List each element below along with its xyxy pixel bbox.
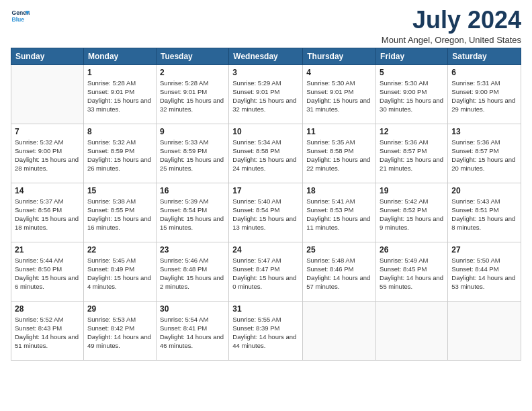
calendar-cell: 31Sunrise: 5:55 AM Sunset: 8:39 PM Dayli… xyxy=(229,301,303,360)
day-info: Sunrise: 5:40 AM Sunset: 8:54 PM Dayligh… xyxy=(232,197,299,232)
calendar-cell: 22Sunrise: 5:45 AM Sunset: 8:49 PM Dayli… xyxy=(83,242,156,301)
day-info: Sunrise: 5:39 AM Sunset: 8:54 PM Dayligh… xyxy=(160,197,225,232)
calendar-cell: 8Sunrise: 5:32 AM Sunset: 8:59 PM Daylig… xyxy=(83,124,156,183)
calendar-cell: 7Sunrise: 5:32 AM Sunset: 9:00 PM Daylig… xyxy=(11,124,84,183)
calendar-cell: 10Sunrise: 5:34 AM Sunset: 8:58 PM Dayli… xyxy=(229,124,303,183)
calendar-cell: 1Sunrise: 5:28 AM Sunset: 9:01 PM Daylig… xyxy=(83,64,156,124)
calendar-cell xyxy=(376,301,448,360)
calendar-cell: 14Sunrise: 5:37 AM Sunset: 8:56 PM Dayli… xyxy=(11,183,84,242)
day-info: Sunrise: 5:38 AM Sunset: 8:55 PM Dayligh… xyxy=(87,197,152,232)
day-number: 18 xyxy=(306,186,372,195)
calendar-cell: 21Sunrise: 5:44 AM Sunset: 8:50 PM Dayli… xyxy=(11,242,84,301)
calendar-header-row: SundayMondayTuesdayWednesdayThursdayFrid… xyxy=(11,48,521,64)
day-info: Sunrise: 5:55 AM Sunset: 8:39 PM Dayligh… xyxy=(232,315,299,351)
svg-text:Blue: Blue xyxy=(12,16,25,23)
day-info: Sunrise: 5:28 AM Sunset: 9:01 PM Dayligh… xyxy=(87,79,152,114)
day-info: Sunrise: 5:48 AM Sunset: 8:46 PM Dayligh… xyxy=(306,256,372,291)
calendar-week-1: 1Sunrise: 5:28 AM Sunset: 9:01 PM Daylig… xyxy=(11,64,521,124)
day-number: 24 xyxy=(232,245,299,255)
day-number: 20 xyxy=(451,186,517,195)
day-number: 21 xyxy=(15,245,80,255)
day-number: 17 xyxy=(232,186,299,195)
calendar-week-3: 14Sunrise: 5:37 AM Sunset: 8:56 PM Dayli… xyxy=(11,183,521,242)
day-number: 27 xyxy=(451,245,517,255)
day-number: 4 xyxy=(306,68,372,77)
calendar-cell: 2Sunrise: 5:28 AM Sunset: 9:01 PM Daylig… xyxy=(156,64,228,124)
day-info: Sunrise: 5:49 AM Sunset: 8:45 PM Dayligh… xyxy=(380,256,444,291)
day-info: Sunrise: 5:33 AM Sunset: 8:59 PM Dayligh… xyxy=(160,138,225,173)
header: General Blue July 2024 Mount Angel, Oreg… xyxy=(11,7,521,45)
day-info: Sunrise: 5:53 AM Sunset: 8:42 PM Dayligh… xyxy=(87,315,152,351)
day-number: 15 xyxy=(87,186,152,195)
day-number: 23 xyxy=(160,245,225,255)
calendar-cell: 4Sunrise: 5:30 AM Sunset: 9:01 PM Daylig… xyxy=(303,64,376,124)
day-info: Sunrise: 5:43 AM Sunset: 8:51 PM Dayligh… xyxy=(451,197,517,232)
page-container: General Blue July 2024 Mount Angel, Oreg… xyxy=(0,0,532,366)
day-number: 11 xyxy=(306,127,372,136)
weekday-header-tuesday: Tuesday xyxy=(156,48,228,64)
day-info: Sunrise: 5:28 AM Sunset: 9:01 PM Dayligh… xyxy=(160,79,225,114)
location: Mount Angel, Oregon, United States xyxy=(382,35,521,45)
weekday-header-wednesday: Wednesday xyxy=(229,48,303,64)
calendar-cell: 5Sunrise: 5:30 AM Sunset: 9:00 PM Daylig… xyxy=(376,64,448,124)
day-info: Sunrise: 5:45 AM Sunset: 8:49 PM Dayligh… xyxy=(87,256,152,291)
day-number: 7 xyxy=(15,127,80,136)
day-number: 31 xyxy=(232,304,299,314)
calendar-cell: 17Sunrise: 5:40 AM Sunset: 8:54 PM Dayli… xyxy=(229,183,303,242)
calendar-cell: 13Sunrise: 5:36 AM Sunset: 8:57 PM Dayli… xyxy=(448,124,521,183)
day-number: 28 xyxy=(15,304,80,314)
day-number: 12 xyxy=(380,127,444,136)
weekday-header-sunday: Sunday xyxy=(11,48,84,64)
day-info: Sunrise: 5:46 AM Sunset: 8:48 PM Dayligh… xyxy=(160,256,225,291)
calendar-cell: 25Sunrise: 5:48 AM Sunset: 8:46 PM Dayli… xyxy=(303,242,376,301)
calendar-cell: 15Sunrise: 5:38 AM Sunset: 8:55 PM Dayli… xyxy=(83,183,156,242)
calendar-cell: 16Sunrise: 5:39 AM Sunset: 8:54 PM Dayli… xyxy=(156,183,228,242)
day-info: Sunrise: 5:32 AM Sunset: 9:00 PM Dayligh… xyxy=(15,138,80,173)
calendar-cell: 29Sunrise: 5:53 AM Sunset: 8:42 PM Dayli… xyxy=(83,301,156,360)
calendar-cell xyxy=(448,301,521,360)
calendar-week-5: 28Sunrise: 5:52 AM Sunset: 8:43 PM Dayli… xyxy=(11,301,521,360)
calendar-week-4: 21Sunrise: 5:44 AM Sunset: 8:50 PM Dayli… xyxy=(11,242,521,301)
calendar-cell xyxy=(11,64,84,124)
day-number: 3 xyxy=(232,68,299,77)
day-info: Sunrise: 5:35 AM Sunset: 8:58 PM Dayligh… xyxy=(306,138,372,173)
calendar-table: SundayMondayTuesdayWednesdayThursdayFrid… xyxy=(11,48,521,361)
day-info: Sunrise: 5:42 AM Sunset: 8:52 PM Dayligh… xyxy=(380,197,444,232)
weekday-header-thursday: Thursday xyxy=(303,48,376,64)
weekday-header-friday: Friday xyxy=(376,48,448,64)
day-info: Sunrise: 5:34 AM Sunset: 8:58 PM Dayligh… xyxy=(232,138,299,173)
day-number: 14 xyxy=(15,186,80,195)
day-number: 1 xyxy=(87,68,152,77)
calendar-cell: 18Sunrise: 5:41 AM Sunset: 8:53 PM Dayli… xyxy=(303,183,376,242)
logo-icon: General Blue xyxy=(11,7,30,26)
day-number: 2 xyxy=(160,68,225,77)
month-title: July 2024 xyxy=(382,7,521,34)
day-number: 5 xyxy=(380,68,444,77)
day-info: Sunrise: 5:52 AM Sunset: 8:43 PM Dayligh… xyxy=(15,315,80,351)
calendar-cell: 27Sunrise: 5:50 AM Sunset: 8:44 PM Dayli… xyxy=(448,242,521,301)
day-info: Sunrise: 5:31 AM Sunset: 9:00 PM Dayligh… xyxy=(451,79,517,114)
calendar-cell: 20Sunrise: 5:43 AM Sunset: 8:51 PM Dayli… xyxy=(448,183,521,242)
logo: General Blue xyxy=(11,7,30,26)
day-info: Sunrise: 5:29 AM Sunset: 9:01 PM Dayligh… xyxy=(232,79,299,114)
day-info: Sunrise: 5:54 AM Sunset: 8:41 PM Dayligh… xyxy=(160,315,225,351)
day-info: Sunrise: 5:36 AM Sunset: 8:57 PM Dayligh… xyxy=(380,138,444,173)
calendar-cell: 30Sunrise: 5:54 AM Sunset: 8:41 PM Dayli… xyxy=(156,301,228,360)
day-info: Sunrise: 5:44 AM Sunset: 8:50 PM Dayligh… xyxy=(15,256,80,291)
day-info: Sunrise: 5:47 AM Sunset: 8:47 PM Dayligh… xyxy=(232,256,299,291)
day-number: 30 xyxy=(160,304,225,314)
day-info: Sunrise: 5:36 AM Sunset: 8:57 PM Dayligh… xyxy=(451,138,517,173)
calendar-week-2: 7Sunrise: 5:32 AM Sunset: 9:00 PM Daylig… xyxy=(11,124,521,183)
day-info: Sunrise: 5:50 AM Sunset: 8:44 PM Dayligh… xyxy=(451,256,517,291)
day-info: Sunrise: 5:37 AM Sunset: 8:56 PM Dayligh… xyxy=(15,197,80,232)
calendar-cell: 6Sunrise: 5:31 AM Sunset: 9:00 PM Daylig… xyxy=(448,64,521,124)
day-number: 26 xyxy=(380,245,444,255)
calendar-cell: 9Sunrise: 5:33 AM Sunset: 8:59 PM Daylig… xyxy=(156,124,228,183)
day-number: 19 xyxy=(380,186,444,195)
day-info: Sunrise: 5:32 AM Sunset: 8:59 PM Dayligh… xyxy=(87,138,152,173)
day-number: 22 xyxy=(87,245,152,255)
calendar-cell: 12Sunrise: 5:36 AM Sunset: 8:57 PM Dayli… xyxy=(376,124,448,183)
weekday-header-saturday: Saturday xyxy=(448,48,521,64)
calendar-cell: 11Sunrise: 5:35 AM Sunset: 8:58 PM Dayli… xyxy=(303,124,376,183)
day-info: Sunrise: 5:41 AM Sunset: 8:53 PM Dayligh… xyxy=(306,197,372,232)
